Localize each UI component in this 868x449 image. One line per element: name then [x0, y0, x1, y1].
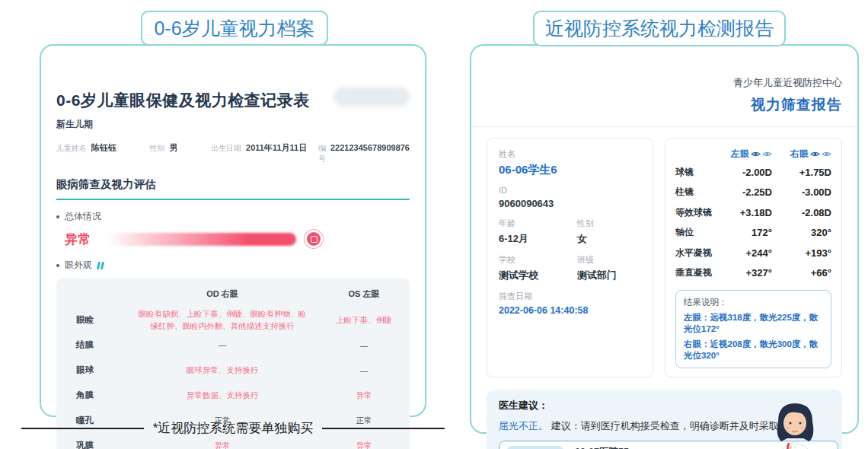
right-badge-label: 近视防控系统视力检测报告: [545, 16, 774, 41]
student-school: 测试学校: [499, 269, 577, 282]
measure-label: 球镜: [675, 166, 713, 179]
os-cell: 异常: [318, 390, 410, 401]
od-cell: 异常数据、支持换行: [126, 390, 318, 402]
name-label: 姓名: [499, 148, 641, 160]
left-eye-header: 左眼: [713, 148, 772, 161]
result-right-eye: 右眼：近视208度，散光300度，散光位320°: [684, 339, 823, 361]
abnormal-status-text: 异常: [65, 231, 91, 248]
eye-icon: [751, 151, 761, 158]
left-eye-value: +327°: [713, 267, 772, 279]
left-badge-label: 0-6岁儿童视力档案: [154, 16, 314, 41]
edit-marks-icon: [97, 262, 104, 269]
table-row: 眼球 眼球异常、支持换行 —: [56, 358, 410, 383]
school-group: 学校 测试学校: [499, 254, 577, 282]
student-name: 06-06学生6: [499, 163, 641, 177]
left-eye-value: -2.25D: [713, 186, 772, 198]
hospital-info: 09-07医院55 电话：020-3213233 地址：山西省太原市: [575, 446, 661, 449]
footnote-rule-left: [21, 428, 144, 429]
field-gender: 性别 男: [149, 142, 211, 154]
left-eye-value: +3.18D: [713, 207, 772, 218]
gender-label: 性别: [577, 218, 594, 229]
right-eye-label: 右眼: [790, 148, 809, 161]
report-body: 姓名 06-06学生6 ID 9060090643 年龄 6-12月 性别 女: [487, 138, 842, 377]
os-cell: 异常: [318, 441, 410, 449]
left-eye-value: +244°: [713, 247, 772, 259]
right-eye-value: 320°: [772, 227, 831, 238]
screening-date-group: 筛查日期 2022-06-06 14:40:58: [499, 291, 641, 316]
student-name-group: 姓名 06-06学生6: [499, 148, 641, 177]
header-os: OS 左眼: [318, 288, 410, 300]
alert-badge-icon: [305, 230, 323, 248]
right-eye-value: +66°: [772, 267, 831, 279]
record-form-subtitle: 新生儿期: [56, 118, 410, 131]
os-cell: —: [318, 341, 410, 350]
date-label: 筛查日期: [499, 291, 641, 302]
vision-archive-card: 0-6岁儿童眼保健及视力检查记录表 新生儿期 儿童姓名 陈钰钰 性别 男 出生日…: [40, 44, 426, 417]
measure-label: 轴位: [675, 226, 713, 239]
child-info-row: 儿童姓名 陈钰钰 性别 男 出生日期 2011年11月11日 编号 222123…: [56, 142, 410, 164]
right-panel-badge: 近视防控系统视力检测报告: [533, 11, 786, 46]
student-class: 测试部门: [577, 269, 617, 282]
field-child-name: 儿童姓名 陈钰钰: [56, 142, 149, 154]
measurement-row: 垂直凝视 +327° +66°: [675, 263, 831, 284]
left-panel-badge: 0-6岁儿童视力档案: [141, 11, 328, 46]
footnote-text: *近视防控系统需要单独购买: [153, 419, 314, 437]
child-name-label: 儿童姓名: [56, 143, 87, 154]
teal-divider: [56, 199, 410, 200]
table-row: 结膜 — —: [56, 333, 410, 358]
result-explanation-box: 结果说明： 左眼：远视318度，散光225度，散光位172° 右眼：近视208度…: [675, 290, 831, 368]
record-number-label: 编号: [318, 143, 326, 164]
measurement-row: 柱镜 -2.25D -3.00D: [675, 183, 831, 203]
os-cell: —: [318, 366, 410, 375]
measure-label: 柱镜: [675, 186, 713, 199]
od-cell: 异常: [126, 440, 318, 449]
class-label: 班级: [577, 254, 617, 266]
footnote-rule-right: [322, 428, 445, 429]
student-id-group: ID 9060090643: [499, 186, 641, 209]
org-name: 青少年儿童近视防控中心: [487, 76, 842, 90]
od-cell: 眼睑有缺损、上睑下垂、倒睫、眼睑有肿物、睑缘红肿、眼睑内外翻、其他描述支持换行: [126, 308, 318, 333]
hospital-name: 09-07医院55: [575, 446, 661, 449]
right-eye-value: +193°: [772, 247, 831, 259]
header-divider: [471, 126, 857, 127]
school-label: 学校: [499, 254, 577, 266]
id-label: ID: [499, 186, 641, 195]
purchase-footnote: *近视防控系统需要单独购买: [21, 419, 445, 437]
right-eye-header: 右眼: [772, 148, 831, 161]
alert-glyph: [311, 236, 318, 243]
eye-appearance-row: 眼外观: [56, 259, 410, 272]
row-label: 结膜: [56, 339, 126, 351]
right-eye-value: -2.08D: [772, 207, 831, 218]
page: 0-6岁儿童视力档案 0-6岁儿童眼保健及视力检查记录表 新生儿期 儿童姓名 陈…: [0, 0, 868, 449]
redacted-blob: [333, 87, 410, 107]
right-eye-value: -3.00D: [772, 186, 831, 198]
right-eye-value: +1.75D: [772, 167, 831, 178]
appearance-label: 眼外观: [65, 259, 92, 272]
field-birthdate: 出生日期 2011年11月11日: [211, 142, 318, 154]
report-title: 视力筛查报告: [487, 95, 842, 115]
record-number-value: 22212345678909876: [330, 143, 410, 152]
measurements-table: 左眼 右眼 球镜 -2.00D +1.75D: [675, 145, 831, 283]
screening-date: 2022-06-06 14:40:58: [499, 305, 641, 316]
measurements-box: 左眼 右眼 球镜 -2.00D +1.75D: [665, 138, 842, 377]
doctor-advice-section: 医生建议： 屈光不正。 建议：请到医疗机构接受检查，明确诊断并及时采取措施。: [487, 390, 842, 449]
student-gender: 女: [577, 232, 594, 246]
gender-value: 男: [169, 142, 177, 154]
row-label: 角膜: [56, 390, 126, 401]
age-group: 年龄 6-12月: [499, 218, 577, 246]
measurement-row: 轴位 172° 320°: [675, 223, 831, 244]
left-eye-label: 左眼: [731, 148, 749, 161]
left-eye-value: 172°: [713, 227, 772, 238]
school-class-row: 学校 测试学校 班级 测试部门: [499, 254, 641, 282]
gender-label: 性别: [149, 143, 164, 154]
row-label: 巩膜: [56, 440, 126, 449]
bullet-dot: [56, 215, 59, 218]
birthdate-label: 出生日期: [211, 143, 241, 154]
bullet-dot: [56, 264, 59, 267]
class-group: 班级 测试部门: [577, 254, 617, 282]
table-header-row: OD 右眼 OS 左眼: [56, 280, 410, 307]
overall-status-label-row: 总体情况: [56, 210, 410, 223]
result-label: 结果说明：: [684, 297, 823, 308]
measure-label: 垂直凝视: [675, 266, 713, 279]
student-id: 9060090643: [499, 198, 641, 209]
